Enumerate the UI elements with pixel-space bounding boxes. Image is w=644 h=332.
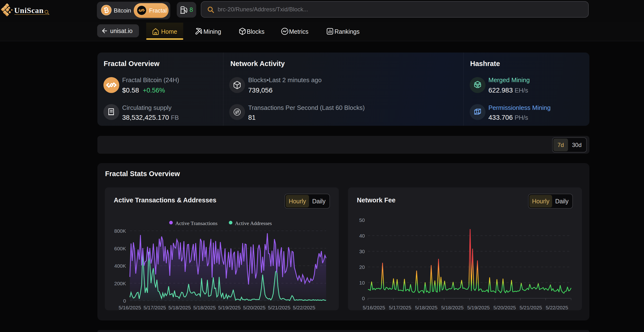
svg-text:5/18/2025: 5/18/2025 (168, 305, 191, 310)
svg-text:600K: 600K (114, 246, 126, 251)
svg-text:Active Addresses: Active Addresses (235, 220, 272, 226)
svg-text:0: 0 (123, 298, 126, 303)
svg-text:5/17/2025: 5/17/2025 (144, 305, 166, 310)
svg-text:5/19/2025: 5/19/2025 (467, 305, 490, 310)
svg-text:5/22/2025: 5/22/2025 (546, 305, 568, 310)
svg-text:5/18/2025: 5/18/2025 (441, 305, 464, 310)
svg-text:5/17/2025: 5/17/2025 (389, 305, 411, 310)
svg-text:5/16/2025: 5/16/2025 (118, 305, 141, 310)
svg-text:5/18/2025: 5/18/2025 (415, 305, 438, 310)
svg-text:5/18/2025: 5/18/2025 (193, 305, 216, 310)
svg-text:0: 0 (362, 296, 365, 301)
svg-text:400K: 400K (114, 263, 126, 269)
svg-text:5/20/2025: 5/20/2025 (494, 305, 516, 310)
svg-text:30: 30 (359, 249, 365, 254)
svg-text:5/21/2025: 5/21/2025 (520, 305, 542, 310)
svg-text:Active Transactions: Active Transactions (175, 220, 218, 226)
svg-text:10: 10 (359, 280, 365, 285)
svg-text:5/22/2025: 5/22/2025 (293, 305, 315, 310)
svg-text:50: 50 (359, 217, 365, 223)
svg-text:5/16/2025: 5/16/2025 (363, 305, 385, 310)
svg-text:800K: 800K (114, 228, 126, 234)
svg-text:5/20/2025: 5/20/2025 (243, 305, 266, 310)
svg-text:40: 40 (359, 233, 365, 239)
svg-text:20: 20 (359, 264, 365, 270)
svg-text:200K: 200K (114, 281, 126, 286)
svg-text:5/21/2025: 5/21/2025 (268, 305, 290, 310)
svg-text:5/19/2025: 5/19/2025 (218, 305, 240, 310)
